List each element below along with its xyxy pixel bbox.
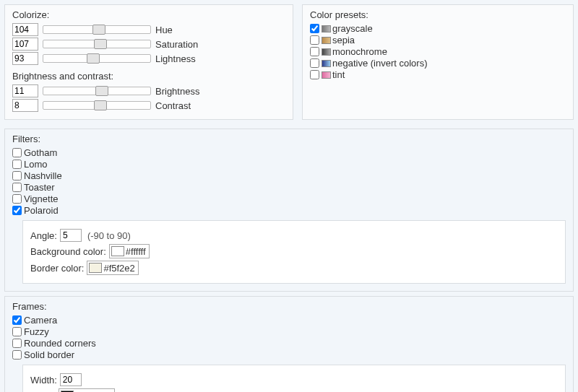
presets-item-negative-invert-colors: negative (invert colors): [310, 58, 566, 69]
brightness-label: Brightness: [155, 86, 199, 97]
contrast-number[interactable]: [12, 99, 38, 112]
frames-label-fuzzy: Fuzzy: [24, 326, 49, 337]
brightness-row: Brightness: [12, 84, 285, 97]
camera-color-colorbox[interactable]: #000000: [59, 388, 116, 392]
presets-icon-sepia: [322, 37, 331, 44]
presets-icon-tint: [322, 71, 331, 79]
camera-color-row: Color: #000000: [30, 388, 558, 392]
presets-item-monochrome: monochrome: [310, 46, 566, 57]
presets-panel: Color presets: grayscalesepiamonochromen…: [302, 4, 574, 120]
filters-item-gotham: Gotham: [12, 147, 566, 158]
presets-label-tint: tint: [332, 69, 345, 80]
contrast-label: Contrast: [155, 100, 191, 111]
frames-checkbox-rounded-corners[interactable]: [12, 339, 22, 348]
polaroid-bg-value: #ffffff: [126, 246, 146, 257]
filters-checkbox-vignette[interactable]: [12, 194, 22, 204]
presets-label-monochrome: monochrome: [332, 46, 387, 57]
frames-checkbox-camera[interactable]: [12, 315, 22, 325]
saturation-label: Saturation: [155, 39, 198, 50]
filters-item-polaroid: Polaroid: [12, 205, 566, 216]
filters-label-toaster: Toaster: [24, 182, 55, 193]
polaroid-subpanel: Angle: (-90 to 90) Background color: #ff…: [22, 220, 566, 284]
filters-item-toaster: Toaster: [12, 182, 566, 193]
presets-checkbox-grayscale[interactable]: [310, 24, 319, 33]
filters-checkbox-lomo[interactable]: [12, 160, 22, 169]
saturation-row: Saturation: [12, 38, 285, 51]
polaroid-bg-row: Background color: #ffffff: [30, 244, 558, 258]
frames-item-rounded-corners: Rounded corners: [12, 338, 566, 349]
camera-width-row: Width:: [30, 373, 558, 386]
frames-item-fuzzy: Fuzzy: [12, 326, 566, 337]
frames-section: Frames: CameraFuzzyRounded cornersSolid …: [4, 296, 574, 392]
polaroid-angle-label: Angle:: [30, 230, 57, 241]
filters-label-polaroid: Polaroid: [24, 205, 59, 216]
presets-checkbox-tint[interactable]: [310, 70, 319, 79]
polaroid-border-value: #f5f2e2: [103, 263, 134, 274]
saturation-slider[interactable]: [43, 39, 151, 49]
filters-item-vignette: Vignette: [12, 193, 566, 204]
camera-width-input[interactable]: [60, 373, 82, 386]
contrast-slider[interactable]: [43, 100, 151, 110]
frames-checkbox-solid-border[interactable]: [12, 350, 22, 360]
polaroid-bg-colorbox[interactable]: #ffffff: [109, 244, 150, 258]
lightness-number[interactable]: [12, 52, 38, 65]
presets-checkbox-sepia[interactable]: [310, 35, 319, 45]
polaroid-angle-input[interactable]: [60, 229, 82, 242]
saturation-number[interactable]: [12, 38, 38, 51]
colorize-title: Colorize:: [12, 9, 285, 20]
colorize-panel: Colorize: Hue Saturation Lightness Brigh…: [4, 4, 293, 120]
presets-icon-negative-invert-colors: [322, 60, 331, 67]
presets-item-tint: tint: [310, 69, 566, 80]
presets-item-sepia: sepia: [310, 35, 566, 45]
bc-title: Brightness and contrast:: [12, 71, 285, 82]
filters-item-nashville: Nashville: [12, 170, 566, 181]
filters-item-lomo: Lomo: [12, 159, 566, 170]
filters-checkbox-gotham[interactable]: [12, 148, 22, 157]
polaroid-border-swatch: [89, 263, 102, 273]
presets-label-grayscale: grayscale: [332, 23, 373, 34]
filters-checkbox-nashville[interactable]: [12, 171, 22, 180]
filters-section: Filters: GothamLomoNashvilleToasterVigne…: [4, 129, 574, 292]
polaroid-angle-hint: (-90 to 90): [87, 230, 131, 241]
presets-icon-grayscale: [322, 25, 331, 32]
polaroid-bg-label: Background color:: [30, 246, 106, 257]
camera-subpanel: Width: Color: #000000: [22, 365, 566, 392]
filters-label-gotham: Gotham: [24, 147, 57, 158]
contrast-row: Contrast: [12, 99, 285, 112]
presets-title: Color presets:: [310, 9, 566, 20]
frames-item-solid-border: Solid border: [12, 349, 566, 360]
presets-checkbox-monochrome[interactable]: [310, 47, 319, 56]
presets-item-grayscale: grayscale: [310, 23, 566, 34]
brightness-number[interactable]: [12, 84, 38, 97]
polaroid-border-label: Border color:: [30, 263, 84, 274]
polaroid-angle-row: Angle: (-90 to 90): [30, 229, 558, 242]
presets-label-sepia: sepia: [332, 35, 355, 45]
frames-title: Frames:: [12, 301, 566, 312]
frames-item-camera: Camera: [12, 315, 566, 326]
frames-checkbox-fuzzy[interactable]: [12, 327, 22, 336]
presets-checkbox-negative-invert-colors[interactable]: [310, 58, 319, 68]
hue-row: Hue: [12, 23, 285, 36]
filters-label-nashville: Nashville: [24, 170, 62, 181]
presets-label-negative-invert-colors: negative (invert colors): [332, 58, 428, 69]
filters-label-lomo: Lomo: [24, 159, 48, 170]
frames-label-rounded-corners: Rounded corners: [24, 338, 96, 349]
lightness-label: Lightness: [155, 53, 196, 64]
lightness-slider[interactable]: [43, 53, 151, 64]
brightness-slider[interactable]: [43, 86, 151, 96]
filters-checkbox-polaroid[interactable]: [12, 206, 22, 215]
filters-title: Filters:: [12, 134, 566, 144]
presets-icon-monochrome: [322, 48, 331, 56]
lightness-row: Lightness: [12, 52, 285, 65]
filters-label-vignette: Vignette: [24, 193, 58, 204]
polaroid-border-row: Border color: #f5f2e2: [30, 261, 558, 275]
frames-label-solid-border: Solid border: [24, 349, 74, 360]
hue-slider[interactable]: [43, 25, 151, 35]
hue-label: Hue: [155, 25, 173, 35]
frames-label-camera: Camera: [24, 315, 57, 326]
polaroid-border-colorbox[interactable]: #f5f2e2: [87, 261, 138, 275]
polaroid-bg-swatch: [111, 246, 124, 256]
filters-checkbox-toaster[interactable]: [12, 183, 22, 192]
camera-width-label: Width:: [30, 375, 57, 386]
hue-number[interactable]: [12, 23, 38, 36]
